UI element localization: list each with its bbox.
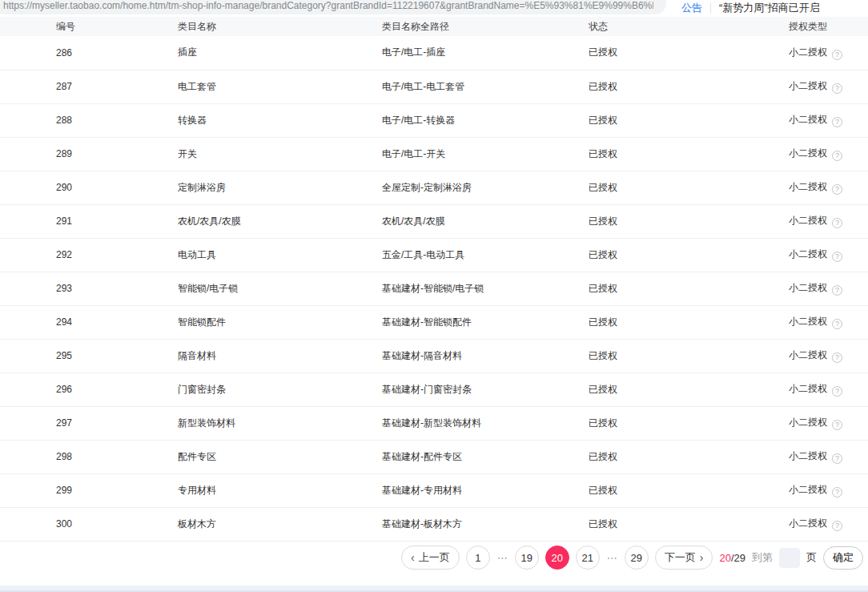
- pagination-ellipsis-icon: ⋯: [496, 552, 508, 564]
- cell-path: 基础建材-板材木方: [382, 507, 589, 541]
- help-icon[interactable]: ?: [832, 285, 842, 296]
- cell-id: 297: [0, 406, 178, 440]
- next-page-button[interactable]: 下一页 ›: [655, 546, 713, 570]
- auth-type-label: 小二授权: [789, 248, 827, 260]
- auth-type-label: 小二授权: [789, 349, 827, 360]
- auth-type-label: 小二授权: [789, 282, 827, 293]
- auth-type-label: 小二授权: [789, 484, 827, 495]
- current-page-number: 20: [719, 552, 730, 564]
- cell-path: 电子/电工-转换器: [382, 103, 589, 137]
- help-icon[interactable]: ?: [832, 453, 842, 464]
- page-button-19[interactable]: 19: [515, 546, 539, 570]
- cell-name: 电动工具: [178, 238, 382, 272]
- cell-auth-type: 小二授权?: [789, 171, 868, 204]
- cell-path: 基础建材-配件专区: [382, 440, 589, 473]
- prev-page-button[interactable]: ‹ 上一页: [401, 546, 460, 570]
- cell-name: 转换器: [178, 103, 382, 137]
- pagination-ellipsis-icon: ⋯: [606, 552, 618, 564]
- table-row: 294智能锁配件基础建材-智能锁配件已授权小二授权?: [0, 305, 868, 339]
- cell-auth-type: 小二授权?: [789, 204, 868, 238]
- cell-name: 定制淋浴房: [178, 171, 382, 204]
- table-body: 286插座电子/电工-插座已授权小二授权?287电工套管电子/电工-电工套管已授…: [0, 36, 868, 541]
- help-icon[interactable]: ?: [832, 50, 842, 60]
- help-icon[interactable]: ?: [832, 184, 842, 195]
- browser-topbar: https://myseller.taobao.com/home.htm/tm-…: [0, 0, 868, 17]
- cell-status: 已授权: [589, 272, 789, 305]
- cell-name: 智能锁配件: [178, 305, 382, 339]
- page-button-29[interactable]: 29: [625, 546, 649, 570]
- auth-type-label: 小二授权: [789, 215, 827, 226]
- cell-auth-type: 小二授权?: [789, 238, 868, 272]
- cell-name: 智能锁/电子锁: [178, 272, 382, 305]
- help-icon[interactable]: ?: [832, 420, 842, 430]
- chevron-left-icon: ‹: [411, 552, 415, 563]
- cell-status: 已授权: [589, 305, 789, 339]
- help-icon[interactable]: ?: [832, 252, 842, 262]
- cell-name: 隔音材料: [178, 339, 382, 373]
- table-row: 289开关电子/电工-开关已授权小二授权?: [0, 137, 868, 171]
- cell-id: 291: [0, 204, 178, 238]
- cell-path: 基础建材-隔音材料: [382, 339, 589, 373]
- confirm-button[interactable]: 确定: [823, 546, 863, 570]
- goto-label: 到第: [752, 550, 773, 565]
- help-icon[interactable]: ?: [832, 83, 842, 94]
- cell-name: 板材木方: [178, 507, 382, 541]
- auth-type-label: 小二授权: [789, 114, 827, 125]
- cell-id: 286: [0, 36, 178, 70]
- table-header-row: 编号 类目名称 类目名称全路径 状态 授权类型: [0, 17, 868, 36]
- page-ratio: 20 / 29: [719, 552, 745, 564]
- auth-type-label: 小二授权: [789, 383, 827, 394]
- page-button-1[interactable]: 1: [466, 546, 490, 570]
- cell-id: 299: [0, 473, 178, 507]
- header-links: 公告 “新势力周”招商已开启: [681, 0, 820, 16]
- cell-path: 基础建材-门窗密封条: [382, 373, 589, 406]
- column-header-name: 类目名称: [178, 17, 382, 36]
- auth-type-label: 小二授权: [789, 517, 827, 529]
- cell-id: 287: [0, 70, 178, 103]
- footer-strip: [0, 586, 868, 592]
- cell-status: 已授权: [589, 137, 789, 171]
- announcement-link[interactable]: 公告: [681, 1, 702, 15]
- auth-type-label: 小二授权: [789, 46, 827, 58]
- cell-status: 已授权: [589, 339, 789, 373]
- page-jump-input[interactable]: [779, 548, 800, 568]
- cell-id: 293: [0, 272, 178, 305]
- cell-auth-type: 小二授权?: [789, 406, 868, 440]
- cell-auth-type: 小二授权?: [789, 339, 868, 373]
- table-row: 296门窗密封条基础建材-门窗密封条已授权小二授权?: [0, 373, 868, 406]
- help-icon[interactable]: ?: [832, 319, 842, 329]
- chevron-right-icon: ›: [700, 552, 704, 563]
- column-header-status: 状态: [589, 17, 789, 36]
- help-icon[interactable]: ?: [832, 117, 842, 127]
- cell-name: 门窗密封条: [178, 373, 382, 406]
- cell-name: 专用材料: [178, 473, 382, 507]
- cell-path: 电子/电工-开关: [382, 137, 589, 171]
- cell-id: 294: [0, 305, 178, 339]
- help-icon[interactable]: ?: [832, 521, 842, 531]
- campaign-notice-link[interactable]: “新势力周”招商已开启: [719, 1, 820, 15]
- cell-auth-type: 小二授权?: [789, 507, 868, 541]
- table-row: 298配件专区基础建材-配件专区已授权小二授权?: [0, 440, 868, 473]
- cell-name: 配件专区: [178, 440, 382, 473]
- total-pages-number: 29: [734, 552, 745, 564]
- next-page-label: 下一页: [665, 550, 696, 565]
- table-row: 297新型装饰材料基础建材-新型装饰材料已授权小二授权?: [0, 406, 868, 440]
- table-row: 293智能锁/电子锁基础建材-智能锁/电子锁已授权小二授权?: [0, 272, 868, 305]
- cell-auth-type: 小二授权?: [789, 137, 868, 171]
- help-icon[interactable]: ?: [832, 487, 842, 497]
- table-row: 300板材木方基础建材-板材木方已授权小二授权?: [0, 507, 868, 541]
- help-icon[interactable]: ?: [832, 352, 842, 363]
- page-button-21[interactable]: 21: [576, 546, 600, 570]
- help-icon[interactable]: ?: [832, 218, 842, 228]
- cell-id: 295: [0, 339, 178, 373]
- cell-path: 基础建材-专用材料: [382, 473, 589, 507]
- brand-category-table: 编号 类目名称 类目名称全路径 状态 授权类型 286插座电子/电工-插座已授权…: [0, 17, 868, 542]
- cell-auth-type: 小二授权?: [789, 473, 868, 507]
- page-button-20[interactable]: 20: [545, 546, 569, 570]
- table-row: 290定制淋浴房全屋定制-定制淋浴房已授权小二授权?: [0, 171, 868, 204]
- help-icon[interactable]: ?: [832, 386, 842, 397]
- address-bar[interactable]: https://myseller.taobao.com/home.htm/tm-…: [0, 0, 666, 14]
- cell-auth-type: 小二授权?: [789, 373, 868, 406]
- help-icon[interactable]: ?: [832, 151, 842, 161]
- cell-name: 插座: [178, 36, 382, 70]
